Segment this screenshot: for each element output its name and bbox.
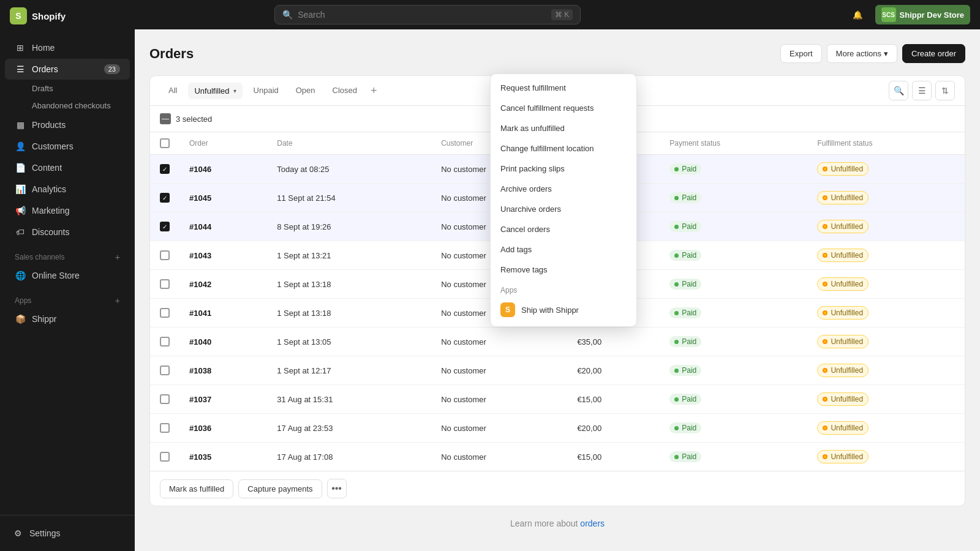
- bulk-actions-dropdown: Request fulfillment Cancel fulfillment r…: [490, 73, 637, 327]
- payment-dot: [674, 426, 679, 430]
- export-button[interactable]: Export: [780, 44, 822, 63]
- fulfillment-dot: [823, 310, 827, 315]
- more-bulk-actions-button[interactable]: •••: [327, 479, 347, 498]
- settings-icon: ⚙: [12, 528, 23, 539]
- sort-table-button[interactable]: ⇅: [935, 81, 955, 100]
- sidebar: S Shopify ⊞ Home ☰ Orders 23 Drafts Aban…: [0, 0, 135, 551]
- order-id-link[interactable]: #1036: [189, 424, 211, 433]
- order-id-link[interactable]: #1046: [189, 165, 211, 174]
- sidebar-item-analytics[interactable]: 📊 Analytics: [5, 179, 130, 200]
- tab-all[interactable]: All: [160, 78, 186, 103]
- fulfillment-status-badge: Unfulfilled: [817, 364, 869, 377]
- search-input[interactable]: [298, 10, 546, 20]
- capture-payments-button[interactable]: Capture payments: [238, 479, 322, 498]
- shippr-app-icon: S: [500, 302, 515, 317]
- order-id-link[interactable]: #1035: [189, 452, 211, 462]
- order-id-link[interactable]: #1044: [189, 222, 211, 231]
- sidebar-item-settings[interactable]: ⚙ Settings: [7, 523, 127, 544]
- row-checkbox[interactable]: [160, 250, 170, 260]
- payment-status-badge: Paid: [669, 307, 701, 318]
- order-date: 1 Sept at 12:17: [267, 356, 431, 385]
- dropdown-item-cancel-fulfillment-requests[interactable]: Cancel fulfillment requests: [491, 98, 636, 118]
- table-row[interactable]: #1035 17 Aug at 17:08 No customer €15,00…: [150, 443, 965, 471]
- dropdown-item-request-fulfillment[interactable]: Request fulfillment: [491, 78, 636, 98]
- dropdown-item-archive-orders[interactable]: Archive orders: [491, 179, 636, 199]
- sidebar-item-online-store[interactable]: 🌐 Online Store: [5, 265, 130, 286]
- sidebar-item-products[interactable]: ▦ Products: [5, 114, 130, 135]
- dropdown-item-unarchive-orders[interactable]: Unarchive orders: [491, 199, 636, 219]
- mark-as-fulfilled-button[interactable]: Mark as fulfilled: [160, 479, 233, 498]
- sidebar-item-customers[interactable]: 👤 Customers: [5, 136, 130, 157]
- create-order-button[interactable]: Create order: [902, 44, 965, 63]
- order-id-link[interactable]: #1043: [189, 251, 211, 260]
- dropdown-item-add-tags[interactable]: Add tags: [491, 239, 636, 260]
- dropdown-item-ship-with-shippr[interactable]: S Ship with Shippr: [491, 297, 636, 323]
- sidebar-item-content-label: Content: [32, 163, 62, 173]
- row-checkbox[interactable]: [160, 164, 170, 174]
- payment-dot: [674, 340, 679, 344]
- order-id-link[interactable]: #1038: [189, 366, 211, 375]
- dropdown-item-cancel-orders[interactable]: Cancel orders: [491, 219, 636, 239]
- fulfillment-dot: [823, 195, 827, 200]
- marketing-icon: 📢: [15, 205, 26, 216]
- sidebar-item-content[interactable]: 📄 Content: [5, 157, 130, 178]
- tab-closed[interactable]: Closed: [324, 78, 366, 103]
- deselect-all-button[interactable]: —: [160, 113, 171, 124]
- sidebar-item-home[interactable]: ⊞ Home: [5, 37, 130, 58]
- row-checkbox[interactable]: [160, 365, 170, 375]
- row-checkbox[interactable]: [160, 279, 170, 289]
- bulk-action-bar: Mark as fulfilled Capture payments •••: [150, 471, 965, 506]
- select-all-checkbox[interactable]: [160, 138, 170, 148]
- table-row[interactable]: #1040 1 Sept at 13:05 No customer €35,00…: [150, 328, 965, 356]
- customers-icon: 👤: [15, 141, 26, 152]
- tab-add-button[interactable]: +: [366, 80, 382, 102]
- row-checkbox[interactable]: [160, 222, 170, 231]
- sidebar-item-discounts[interactable]: 🏷 Discounts: [5, 222, 130, 242]
- payment-dot: [674, 282, 679, 287]
- sidebar-item-orders[interactable]: ☰ Orders 23: [5, 59, 130, 80]
- shopify-logo[interactable]: S Shopify: [10, 7, 66, 24]
- table-row[interactable]: #1037 31 Aug at 15:31 No customer €15,00…: [150, 385, 965, 414]
- orders-icon: ☰: [15, 64, 26, 75]
- page-header: Orders Export More actions ▾ Create orde…: [149, 44, 965, 63]
- sidebar-item-shippr[interactable]: 📦 Shippr: [5, 309, 130, 329]
- row-checkbox[interactable]: [160, 423, 170, 433]
- footer-orders-link[interactable]: orders: [580, 519, 605, 528]
- tab-unfulfilled[interactable]: Unfulfilled ▾: [188, 83, 242, 99]
- search-bar[interactable]: 🔍 ⌘ K: [274, 5, 581, 24]
- table-row[interactable]: #1038 1 Sept at 12:17 No customer €20,00…: [150, 356, 965, 385]
- search-table-button[interactable]: 🔍: [889, 81, 908, 100]
- dropdown-item-print-packing-slips[interactable]: Print packing slips: [491, 159, 636, 179]
- row-checkbox[interactable]: [160, 193, 170, 203]
- tab-unpaid[interactable]: Unpaid: [245, 78, 287, 103]
- sidebar-item-drafts[interactable]: Drafts: [5, 80, 130, 97]
- fulfillment-dot: [823, 224, 827, 229]
- expand-sales-channels-icon[interactable]: +: [115, 252, 120, 262]
- orders-badge: 23: [104, 64, 120, 74]
- order-id-link[interactable]: #1041: [189, 309, 211, 318]
- order-id-link[interactable]: #1045: [189, 193, 211, 203]
- filter-table-button[interactable]: ☰: [912, 81, 932, 100]
- more-actions-button[interactable]: More actions ▾: [827, 44, 897, 63]
- apps-section: Apps +: [0, 291, 135, 308]
- notification-button[interactable]: 🔔: [848, 5, 868, 24]
- store-avatar: SCS: [881, 7, 896, 22]
- row-checkbox[interactable]: [160, 308, 170, 318]
- row-checkbox[interactable]: [160, 452, 170, 462]
- store-badge[interactable]: SCS Shippr Dev Store: [875, 5, 970, 24]
- shopify-logo-text: Shopify: [32, 11, 66, 21]
- dropdown-item-remove-tags[interactable]: Remove tags: [491, 260, 636, 280]
- tab-open[interactable]: Open: [287, 78, 324, 103]
- row-checkbox[interactable]: [160, 337, 170, 347]
- sidebar-item-abandoned-checkouts[interactable]: Abandoned checkouts: [5, 97, 130, 114]
- dropdown-item-mark-unfulfilled[interactable]: Mark as unfulfilled: [491, 118, 636, 138]
- dropdown-item-change-fulfillment-location[interactable]: Change fulfillment location: [491, 138, 636, 159]
- order-id-link[interactable]: #1037: [189, 395, 211, 404]
- expand-apps-icon[interactable]: +: [115, 296, 120, 305]
- payment-dot: [674, 253, 679, 258]
- sidebar-item-marketing[interactable]: 📢 Marketing: [5, 200, 130, 221]
- order-id-link[interactable]: #1040: [189, 337, 211, 347]
- row-checkbox[interactable]: [160, 394, 170, 404]
- table-row[interactable]: #1036 17 Aug at 23:53 No customer €20,00…: [150, 414, 965, 443]
- order-id-link[interactable]: #1042: [189, 280, 211, 289]
